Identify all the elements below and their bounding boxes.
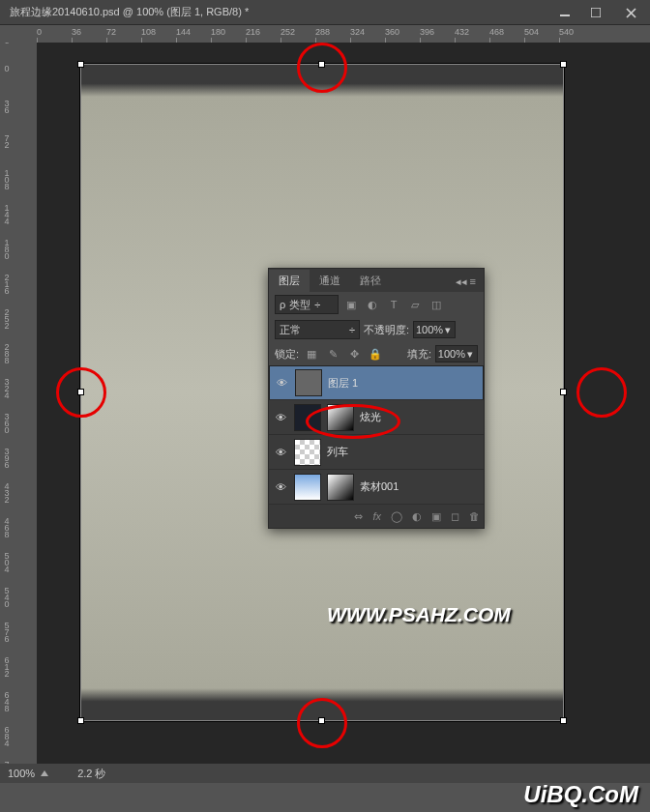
visibility-icon[interactable]: 👁 [273,412,288,423]
filter-type-select[interactable]: ρ类型÷ [275,295,339,314]
mask-icon[interactable]: ◯ [391,510,402,523]
visibility-icon[interactable]: 👁 [273,447,288,458]
layer-thumbnail[interactable] [294,404,321,431]
ruler-vertical: 3603672108144180216252288324360396432468… [0,43,19,777]
ruler-horizontal: 0367210814418021625228832436039643246850… [37,25,650,43]
lock-row: 锁定: ▦ ✎ ✥ 🔒 填充: 100%▾ [269,342,484,365]
lock-label: 锁定: [275,347,299,362]
blend-row: 正常÷ 不透明度: 100%▾ [269,317,484,342]
filter-row: ρ类型÷ ▣ ◐ T ▱ ◫ [269,292,484,317]
layer-name[interactable]: 炫光 [360,410,480,424]
tab-layers[interactable]: 图层 [269,270,310,292]
annotation-circle-right [576,367,627,418]
panel-menu-icon[interactable]: ◂◂ ≡ [448,272,484,292]
lock-all-icon[interactable]: 🔒 [367,345,384,362]
layer-name[interactable]: 素材001 [360,479,480,494]
site-watermark: UiBQ.CoM [523,781,638,808]
timing-display: 2.2 秒 [77,767,105,781]
fill-label: 填充: [407,347,431,362]
status-bar: 100% 2.2 秒 [0,764,650,783]
minimize-button[interactable] [549,0,580,25]
opacity-label: 不透明度: [364,323,409,337]
layer-row[interactable]: 👁 素材001 [269,470,484,505]
close-button[interactable] [611,0,650,25]
filter-shape-icon[interactable]: ▱ [406,296,424,313]
layer-thumbnail[interactable] [294,474,321,501]
title-bar: 旅程边缘20140610.psd @ 100% (图层 1, RGB/8) * [0,0,650,25]
filter-adjust-icon[interactable]: ◐ [364,296,381,313]
canvas-area[interactable]: WWW.PSAHZ.COM 图层 通道 路径 ◂◂ ≡ ρ类型÷ ▣ ◐ T ▱… [37,43,650,777]
visibility-icon[interactable]: 👁 [273,481,288,493]
blend-mode-select[interactable]: 正常÷ [275,320,360,339]
svg-rect-0 [560,14,570,16]
panel-footer: ⇔ fx ◯ ◐ ▣ ◻ 🗑 [269,505,484,528]
opacity-value[interactable]: 100%▾ [413,321,456,338]
new-layer-icon[interactable]: ◻ [451,510,459,523]
filter-text-icon[interactable]: T [385,296,402,313]
layer-row[interactable]: 👁 图层 1 [269,365,484,400]
panel-tabs: 图层 通道 路径 ◂◂ ≡ [269,269,484,292]
layer-name[interactable]: 图层 1 [328,376,479,391]
tab-channels[interactable]: 通道 [310,270,350,292]
layer-thumbnail[interactable] [295,369,322,396]
layer-thumbnail[interactable] [294,439,321,466]
adjustment-icon[interactable]: ◐ [412,510,422,523]
link-layers-icon[interactable]: ⇔ [354,510,363,523]
layer-row[interactable]: 👁 炫光 [269,400,484,435]
mask-thumbnail[interactable] [327,474,354,501]
mask-thumbnail[interactable] [327,404,354,431]
maximize-button[interactable] [580,0,611,25]
tab-paths[interactable]: 路径 [350,270,391,292]
lock-pixels-icon[interactable]: ▦ [303,345,320,362]
filter-image-icon[interactable]: ▣ [342,296,360,313]
fill-value[interactable]: 100%▾ [435,345,478,362]
filter-smart-icon[interactable]: ◫ [428,296,445,313]
layer-list: 👁 图层 1👁 炫光👁 列车👁 素材001 [269,365,484,505]
lock-brush-icon[interactable]: ✎ [324,345,341,362]
window-controls [549,0,650,24]
document-title: 旅程边缘20140610.psd @ 100% (图层 1, RGB/8) * [10,5,249,19]
lock-move-icon[interactable]: ✥ [345,345,363,362]
layer-row[interactable]: 👁 列车 [269,435,484,470]
trash-icon[interactable]: 🗑 [469,510,480,522]
zoom-display[interactable]: 100% [8,768,48,779]
visibility-icon[interactable]: 👁 [274,377,289,389]
layers-panel[interactable]: 图层 通道 路径 ◂◂ ≡ ρ类型÷ ▣ ◐ T ▱ ◫ 正常÷ 不透明度: 1… [268,268,485,529]
fx-icon[interactable]: fx [372,510,381,522]
workspace: 3603672108144180216252288324360396432468… [0,43,650,777]
watermark-text: WWW.PSAHZ.COM [327,603,511,626]
group-icon[interactable]: ▣ [431,510,441,523]
layer-name[interactable]: 列车 [327,445,480,459]
svg-rect-1 [591,8,601,17]
